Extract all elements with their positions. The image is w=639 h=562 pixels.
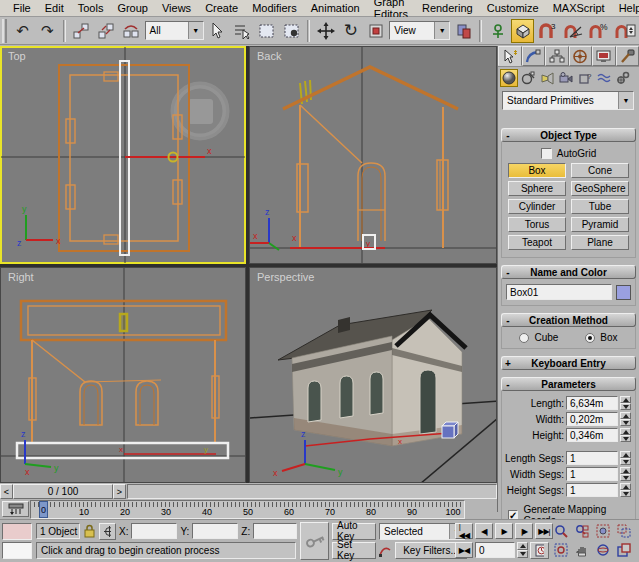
width-segs-input[interactable]: 1 [566,467,618,481]
time-configuration-button[interactable] [530,542,549,559]
menu-create[interactable]: Create [198,1,245,15]
menu-help[interactable]: Help [612,1,639,15]
current-frame-input[interactable]: 0 [475,542,515,558]
select-and-link-icon[interactable] [70,19,93,43]
key-mode-toggle-button[interactable]: ▶◀ [455,542,473,558]
percent-snap-toggle-icon[interactable]: % [587,19,611,43]
set-keys-button[interactable] [300,522,329,560]
viewport-back[interactable]: Back y z x x [249,46,497,264]
y-coordinate-input[interactable] [192,523,238,539]
object-name-input[interactable]: Box01 [506,284,612,300]
height-segs-input[interactable]: 1 [566,483,618,497]
primitive-geosphere-button[interactable]: GeoSphere [571,181,629,196]
unlink-selection-icon[interactable] [95,19,118,43]
height-spinner[interactable] [620,428,631,442]
select-and-scale-icon[interactable] [364,19,387,43]
primitive-tube-button[interactable]: Tube [571,199,629,214]
tab-create[interactable] [498,46,522,66]
menu-rendering[interactable]: Rendering [415,1,480,15]
viewport-perspective[interactable]: Perspective x [249,267,497,483]
selection-lock-icon[interactable] [83,524,96,538]
height-input[interactable]: 0,346m [566,428,618,442]
creation-method-box-radio[interactable] [585,333,595,343]
chevron-down-icon[interactable]: ▼ [188,22,203,39]
snaps-toggle-icon[interactable]: 3 [536,19,559,43]
menu-modifiers[interactable]: Modifiers [245,1,304,15]
object-color-swatch[interactable] [616,285,631,300]
viewport-perspective-label[interactable]: Perspective [257,271,314,283]
width-spinner[interactable] [620,412,631,426]
zoom-extents-all-icon[interactable] [614,523,633,540]
primitive-box-button[interactable]: Box [508,163,566,178]
undo-icon[interactable]: ↶ [11,19,34,43]
category-helpers-icon[interactable]: ? [576,69,594,87]
tab-modify[interactable] [522,46,546,66]
primitive-teapot-button[interactable]: Teapot [508,235,566,250]
category-space-warps-icon[interactable] [595,69,613,87]
primitives-category-dropdown[interactable]: Standard Primitives▼ [502,91,634,110]
bind-to-space-warp-icon[interactable] [120,19,143,43]
tab-motion[interactable] [569,46,593,66]
previous-frame-button[interactable]: ◀| [475,523,493,539]
category-lights-icon[interactable] [538,69,556,87]
time-slider-track[interactable] [127,484,497,499]
menu-file[interactable]: File [6,1,38,15]
tab-utilities[interactable] [616,46,639,66]
category-cameras-icon[interactable] [557,69,575,87]
keyboard-shortcut-override-toggle[interactable] [511,19,534,43]
length-segs-input[interactable]: 1 [566,451,618,465]
go-to-start-button[interactable]: |◀◀ [455,523,473,539]
rectangular-selection-region-icon[interactable] [256,19,279,43]
chevron-down-icon[interactable]: ▼ [434,22,449,39]
next-frame-arrow[interactable]: > [113,484,126,499]
rollout-keyboard-entry-header[interactable]: + Keyboard Entry [501,356,636,370]
rollout-name-color-header[interactable]: - Name and Color [501,265,636,279]
menu-maxscript[interactable]: MAXScript [546,1,612,15]
zoom-icon[interactable] [551,523,570,540]
rollout-object-type-header[interactable]: - Object Type [501,128,636,142]
time-slider-thumb[interactable]: 0 / 100 [13,484,113,499]
key-mode-dropdown[interactable]: Selected▼ [379,523,465,540]
current-frame-marker[interactable]: 0 [39,501,48,518]
mini-curve-editor-button[interactable] [2,501,29,517]
length-spinner[interactable] [620,396,631,410]
length-segs-spinner[interactable] [620,451,631,465]
menu-group[interactable]: Group [110,1,155,15]
tab-hierarchy[interactable] [545,46,569,66]
absolute-offset-mode-toggle[interactable] [99,523,116,540]
maximize-viewport-toggle-icon[interactable] [614,542,633,559]
toolbar-grip[interactable] [2,19,7,43]
viewport-right[interactable]: Right x y z x y [0,267,246,483]
auto-key-button[interactable]: Auto Key [332,523,376,540]
maxscript-mini-listener-white[interactable] [2,542,32,559]
menu-tools[interactable]: Tools [71,1,111,15]
spinner-snap-toggle-icon[interactable] [613,19,637,43]
redo-icon[interactable]: ↷ [36,19,59,43]
rollout-parameters-header[interactable]: - Parameters [501,377,636,391]
width-input[interactable]: 0,202m [566,412,618,426]
viewport-top-label[interactable]: Top [8,50,26,62]
reference-coordinate-system-dropdown[interactable]: View▼ [389,21,450,40]
maxscript-mini-listener-pink[interactable] [2,523,32,540]
select-object-icon[interactable] [206,19,229,43]
category-shapes-icon[interactable] [519,69,537,87]
select-by-name-icon[interactable] [231,19,254,43]
creation-method-cube-radio[interactable] [519,333,529,343]
menu-views[interactable]: Views [155,1,198,15]
primitive-cone-button[interactable]: Cone [571,163,629,178]
default-in-out-tangents-icon[interactable] [379,544,392,557]
height-segs-spinner[interactable] [620,483,631,497]
use-pivot-point-center-icon[interactable] [452,19,475,43]
select-and-rotate-icon[interactable]: ↻ [339,19,362,43]
menu-animation[interactable]: Animation [304,1,367,15]
tab-display[interactable] [592,46,616,66]
category-geometry-icon[interactable] [500,69,518,87]
play-button[interactable]: ▶ [495,523,513,539]
selection-filter-dropdown[interactable]: All▼ [145,21,204,40]
rollout-creation-method-header[interactable]: - Creation Method [501,313,636,327]
primitive-pyramid-button[interactable]: Pyramid [571,217,629,232]
width-segs-spinner[interactable] [620,467,631,481]
menu-customize[interactable]: Customize [480,1,546,15]
previous-frame-arrow[interactable]: < [0,484,13,499]
viewport-right-label[interactable]: Right [8,271,34,283]
